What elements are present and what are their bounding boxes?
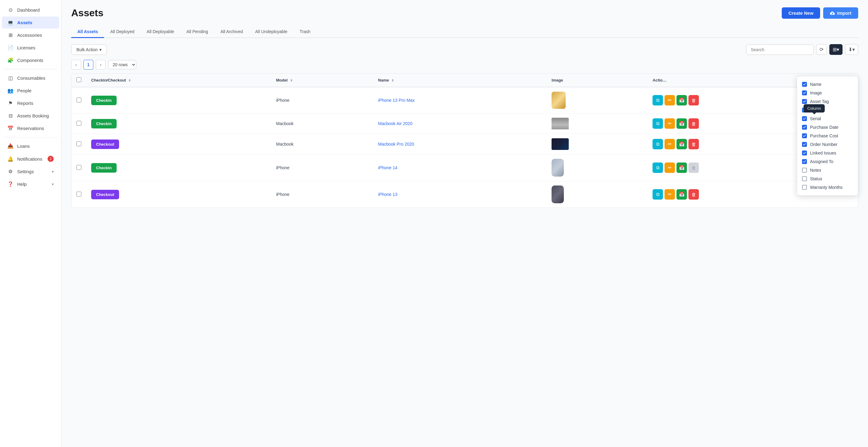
column-item-linked-issues[interactable]: Linked Issues [797,149,858,157]
edit-button[interactable]: ✏ [664,163,675,173]
delete-button[interactable]: 🗑 [688,118,699,129]
column-checkbox [802,185,807,190]
delete-button[interactable]: 🗑 [688,139,699,149]
col-checkin-checkout: Checkin/Checkout ⬍ [86,74,271,87]
check-icon [803,91,806,95]
view-button[interactable]: ⧉ [653,95,663,105]
table-row: CheckiniPhoneiPhone 13 Pro Max⧉✏📅🗑 [71,87,858,113]
column-item-image[interactable]: Image [797,89,858,97]
tab-trash[interactable]: Trash [293,26,316,38]
column-item-purchase-date[interactable]: Purchase Date [797,123,858,132]
current-page-button[interactable]: 1 [84,60,93,70]
delete-button[interactable]: 🗑 [688,95,699,105]
tab-all-archived[interactable]: All Archived [214,26,249,38]
checkin-button[interactable]: Checkin [91,96,117,105]
tab-all-deployable[interactable]: All Deployable [141,26,181,38]
column-toggle-button[interactable]: ⊞ ▾ [829,44,842,55]
checkin-button[interactable]: Checkin [91,163,117,173]
sidebar-label-reports: Reports [17,101,33,106]
assets-booking-icon: ⊟ [7,113,13,118]
sidebar-item-loans[interactable]: 📥Loans [2,140,59,152]
book-button[interactable]: 📅 [677,95,687,105]
rows-per-page-select[interactable]: 20 rows [108,60,136,69]
check-icon [803,117,806,120]
asset-name-link[interactable]: Macbook Pro 2020 [378,142,414,146]
help-icon: ❓ [7,181,13,187]
column-item-status[interactable]: Status [797,174,858,183]
import-button[interactable]: Import [823,7,858,19]
sidebar-item-notifications[interactable]: 🔔Notifications2 [2,153,59,165]
sidebar-label-loans: Loans [17,143,30,149]
search-input[interactable] [746,44,814,55]
assets-table: Checkin/Checkout ⬍ Model ⬍ Name ⬍ Image … [71,74,858,208]
row-checkbox[interactable] [76,98,81,102]
book-button[interactable]: 📅 [677,118,687,129]
view-button[interactable]: ⧉ [653,189,663,200]
checkout-button[interactable]: Checkout [91,190,119,199]
tab-all-assets[interactable]: All Assets [71,26,104,38]
column-label: Warranty Months [810,185,842,190]
sidebar-item-components[interactable]: 🧩Components [2,54,59,66]
sidebar-item-people[interactable]: 👥People [2,84,59,97]
column-item-warranty-months[interactable]: Warranty Months [797,183,858,192]
column-item-purchase-cost[interactable]: Purchase Cost [797,132,858,140]
column-dropdown: NameImageAsset TagModelSerialPurchase Da… [797,76,858,196]
edit-button[interactable]: ✏ [664,118,675,129]
view-button[interactable]: ⧉ [653,139,663,149]
sidebar-item-settings[interactable]: ⚙Settings▾ [2,166,59,177]
col-name: Name ⬍ [373,74,547,87]
view-button[interactable]: ⧉ [653,118,663,129]
asset-name-link[interactable]: iPhone 13 [378,192,398,197]
delete-button[interactable]: 🗑 [688,189,699,200]
download-button[interactable]: ⬇ ▾ [845,44,858,55]
column-item-order-number[interactable]: Order Number [797,140,858,149]
tab-all-undeployable[interactable]: All Undeployable [249,26,293,38]
tab-all-deployed[interactable]: All Deployed [104,26,141,38]
sidebar-item-dashboard[interactable]: ⊙Dashboard [2,4,59,16]
toolbar: Bulk Action ▾ ⟳ ⊞ ▾ Column ⬇ ▾ [71,44,858,55]
asset-name-link[interactable]: Macbook Air 2020 [378,121,412,126]
asset-name-link[interactable]: iPhone 13 Pro Max [378,98,415,103]
book-button[interactable]: 📅 [677,163,687,173]
refresh-button[interactable]: ⟳ [816,44,827,55]
sidebar-item-assets[interactable]: 💻Assets [2,16,59,29]
sidebar-label-dashboard: Dashboard [17,7,40,12]
sidebar-label-notifications: Notifications [17,157,42,162]
toolbar-right: ⟳ ⊞ ▾ Column ⬇ ▾ [746,44,858,55]
row-checkbox[interactable] [76,165,81,170]
view-button[interactable]: ⧉ [653,163,663,173]
next-page-button[interactable]: › [96,60,105,70]
model-cell: Macbook [271,134,373,154]
prev-page-button[interactable]: ‹ [71,60,81,70]
column-item-assigned-to[interactable]: Assigned To [797,157,858,166]
check-icon [803,83,806,86]
book-button[interactable]: 📅 [677,189,687,200]
column-label: Purchase Date [810,125,839,130]
delete-button-disabled[interactable]: 🗑 [688,163,699,173]
sidebar-item-reservations[interactable]: 📅Reservations [2,122,59,134]
sidebar-item-accessories[interactable]: ⊞Accessories [2,29,59,41]
bulk-action-button[interactable]: Bulk Action ▾ [71,44,107,55]
tab-all-pending[interactable]: All Pending [180,26,214,38]
select-all-checkbox[interactable] [76,77,81,82]
sidebar-item-help[interactable]: ❓Help▾ [2,178,59,190]
sidebar-item-consumables[interactable]: ◫Consumables [2,72,59,84]
column-item-notes[interactable]: Notes [797,166,858,174]
sidebar-label-accessories: Accessories [17,33,42,38]
column-item-name[interactable]: Name [797,80,858,89]
row-checkbox[interactable] [76,141,81,146]
sidebar-item-reports[interactable]: ⚑Reports [2,97,59,109]
sidebar-item-licenses[interactable]: 📄Licenses [2,42,59,54]
edit-button[interactable]: ✏ [664,189,675,200]
create-new-button[interactable]: Create New [782,7,820,19]
book-button[interactable]: 📅 [677,139,687,149]
sidebar-item-assets-booking[interactable]: ⊟Assets Booking [2,110,59,122]
edit-button[interactable]: ✏ [664,95,675,105]
column-item-serial[interactable]: Serial [797,114,858,123]
edit-button[interactable]: ✏ [664,139,675,149]
row-checkbox[interactable] [76,192,81,197]
checkin-button[interactable]: Checkin [91,119,117,129]
row-checkbox[interactable] [76,121,81,126]
asset-name-link[interactable]: iPhone 14 [378,165,398,170]
checkout-button[interactable]: Checkout [91,139,119,149]
